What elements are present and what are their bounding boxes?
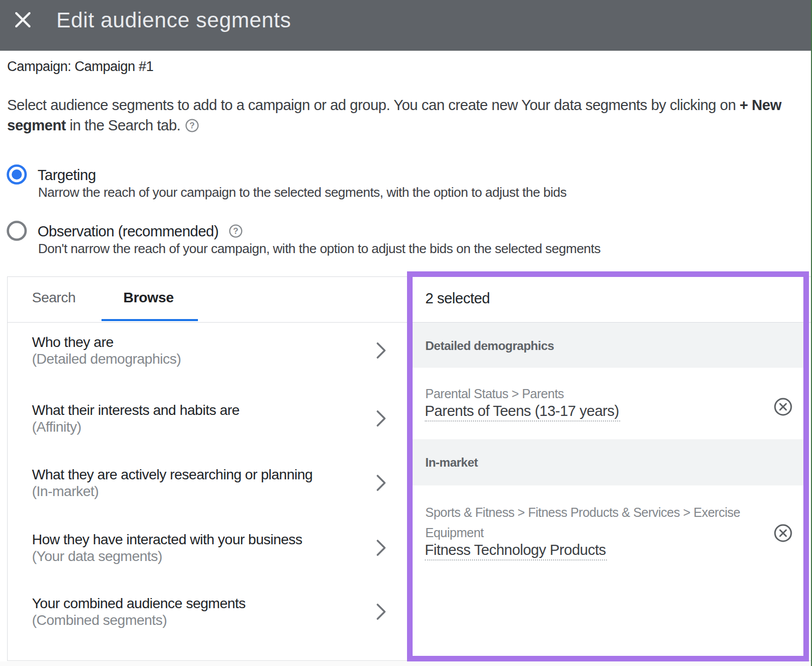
browse-row-your-data[interactable]: How they have interacted with your busin… bbox=[32, 531, 387, 565]
close-button[interactable] bbox=[15, 12, 30, 27]
targeting-radio-selected[interactable] bbox=[7, 164, 27, 187]
category-band-in-market: In-market bbox=[409, 439, 808, 485]
observation-radio-unselected[interactable] bbox=[7, 221, 27, 243]
chevron-right-icon bbox=[376, 473, 387, 495]
intro-line1-normal: Select audience segments to add to a cam… bbox=[7, 97, 739, 113]
tab-browse[interactable]: Browse bbox=[123, 288, 174, 308]
dialog-title: Edit audience segments bbox=[56, 8, 291, 32]
browse-row-subtitle: (Affinity) bbox=[32, 418, 387, 435]
category-band-detailed-demographics: Detailed demographics bbox=[409, 323, 808, 368]
intro-line2-normal: in the Search tab. bbox=[66, 117, 181, 133]
segment-name: Parents of Teens (13-17 years) bbox=[425, 401, 620, 422]
observation-description: Don't narrow the reach of your campaign,… bbox=[38, 240, 600, 257]
intro-text: Select audience segments to add to a cam… bbox=[7, 95, 809, 137]
browse-row-combined[interactable]: Your combined audience segments (Combine… bbox=[32, 595, 387, 628]
segment-name: Fitness Technology Products bbox=[425, 540, 607, 560]
campaign-label: Campaign: Campaign #1 bbox=[7, 58, 153, 75]
selected-count: 2 selected bbox=[425, 288, 490, 308]
intro-help-icon[interactable]: ? bbox=[185, 117, 199, 137]
edit-audience-segments-dialog: Edit audience segments Campaign: Campaig… bbox=[0, 0, 812, 666]
tab-search[interactable]: Search bbox=[32, 288, 76, 308]
browse-row-subtitle: (Your data segments) bbox=[32, 548, 387, 565]
segment-path: Parental Status > Parents bbox=[425, 383, 564, 404]
remove-segment-button[interactable] bbox=[773, 397, 793, 416]
intro-line2-bold: segment bbox=[7, 117, 66, 133]
chevron-right-icon bbox=[376, 341, 387, 362]
targeting-label[interactable]: Targeting bbox=[38, 165, 96, 185]
panel-bottom-border bbox=[7, 660, 812, 661]
browse-row-interests[interactable]: What their interests and habits are (Aff… bbox=[32, 402, 387, 435]
intro-line1-bold: + New bbox=[739, 97, 781, 113]
category-band-label: In-market bbox=[425, 455, 478, 470]
browse-row-subtitle: (Detailed demographics) bbox=[32, 350, 387, 367]
browse-row-title: Your combined audience segments bbox=[32, 595, 387, 612]
observation-option: Observation (recommended)? Don't narrow … bbox=[0, 221, 812, 271]
browse-row-subtitle: (In-market) bbox=[32, 483, 387, 500]
segment-name-text: Fitness Technology Products bbox=[425, 540, 607, 560]
browse-row-who-they-are[interactable]: Who they are (Detailed demographics) bbox=[32, 334, 387, 367]
close-icon bbox=[15, 12, 30, 27]
category-band-label: Detailed demographics bbox=[425, 339, 554, 353]
targeting-description: Narrow the reach of your campaign to the… bbox=[38, 184, 566, 201]
active-tab-underline bbox=[101, 319, 198, 321]
panel-top-border bbox=[7, 276, 812, 277]
browse-row-title: How they have interacted with your busin… bbox=[32, 531, 387, 548]
browse-row-title: What they are actively researching or pl… bbox=[32, 466, 387, 483]
browse-row-title: Who they are bbox=[32, 334, 387, 350]
chevron-right-icon bbox=[376, 602, 387, 623]
remove-circle-x-icon bbox=[773, 523, 793, 543]
panel-left-border bbox=[7, 276, 8, 661]
dialog-header-bar: Edit audience segments bbox=[0, 0, 812, 51]
chevron-right-icon bbox=[376, 538, 387, 559]
svg-text:?: ? bbox=[233, 226, 238, 236]
chevron-right-icon bbox=[376, 409, 387, 430]
observation-label-text: Observation (recommended) bbox=[38, 223, 219, 239]
remove-segment-button[interactable] bbox=[773, 523, 793, 543]
targeting-option: Targeting Narrow the reach of your campa… bbox=[0, 164, 812, 215]
svg-text:?: ? bbox=[189, 121, 194, 130]
segment-name-text: Parents of Teens (13-17 years) bbox=[425, 401, 620, 422]
background-below-dialog bbox=[0, 661, 811, 666]
browse-row-title: What their interests and habits are bbox=[32, 402, 387, 418]
segment-path: Sports & Fitness > Fitness Products & Se… bbox=[425, 502, 752, 543]
browse-row-in-market[interactable]: What they are actively researching or pl… bbox=[32, 466, 387, 500]
remove-circle-x-icon bbox=[773, 397, 793, 416]
browse-row-subtitle: (Combined segments) bbox=[32, 612, 387, 628]
